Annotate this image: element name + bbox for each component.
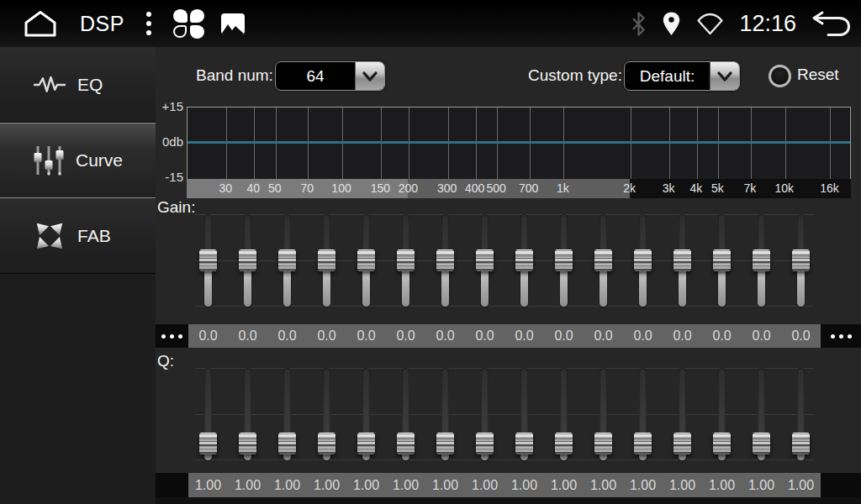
slider-thumb[interactable] xyxy=(555,249,573,271)
gain-slider-2[interactable] xyxy=(228,214,267,307)
q-slider-4[interactable] xyxy=(307,368,346,460)
gain-slider-11[interactable] xyxy=(584,214,623,307)
q-slider-15[interactable] xyxy=(742,368,781,460)
gain-more-left-button[interactable] xyxy=(156,324,188,348)
slider-thumb[interactable] xyxy=(476,249,494,271)
slider-thumb[interactable] xyxy=(792,433,810,454)
q-slider-2[interactable] xyxy=(228,368,267,460)
q-slider-11[interactable] xyxy=(584,368,623,460)
slider-thumb[interactable] xyxy=(436,433,454,454)
q-slider-7[interactable] xyxy=(425,368,465,460)
custom-type-label: Custom type: xyxy=(528,66,622,85)
q-slider-13[interactable] xyxy=(663,368,702,460)
gain-slider-3[interactable] xyxy=(267,214,307,307)
q-sliders xyxy=(188,368,821,460)
gain-slider-16[interactable] xyxy=(781,214,821,307)
gain-more-right-button[interactable] xyxy=(821,324,861,348)
band-num-dropdown-button[interactable] xyxy=(355,62,384,90)
q-value: 1.00 xyxy=(267,473,307,497)
slider-thumb[interactable] xyxy=(594,249,612,271)
slider-thumb[interactable] xyxy=(318,249,335,271)
q-value: 1.00 xyxy=(504,473,544,497)
overflow-menu-button[interactable] xyxy=(143,8,155,39)
q-slider-10[interactable] xyxy=(544,368,584,460)
gain-slider-7[interactable] xyxy=(425,214,465,307)
gain-slider-1[interactable] xyxy=(188,214,228,307)
slider-thumb[interactable] xyxy=(476,433,494,454)
y-axis-label: -15 xyxy=(156,170,183,184)
sidebar-item-curve[interactable]: Curve xyxy=(0,123,156,198)
content-bottom-edge xyxy=(156,497,861,504)
q-slider-16[interactable] xyxy=(781,368,821,460)
q-slider-6[interactable] xyxy=(386,368,425,460)
gain-slider-14[interactable] xyxy=(702,214,742,307)
gain-sliders xyxy=(188,214,821,307)
freq-tick-label: 3k xyxy=(663,179,675,198)
freq-tick-label: 40 xyxy=(246,179,260,198)
q-slider-5[interactable] xyxy=(346,368,386,460)
gain-value: 0.0 xyxy=(228,324,267,348)
slider-thumb[interactable] xyxy=(239,433,256,454)
gain-values-row: 0.00.00.00.00.00.00.00.00.00.00.00.00.00… xyxy=(156,324,861,348)
q-slider-9[interactable] xyxy=(504,368,544,460)
sidebar: EQ Curve FAB xyxy=(0,47,156,504)
slider-thumb[interactable] xyxy=(436,249,454,271)
back-button[interactable] xyxy=(811,11,851,37)
sidebar-item-eq[interactable]: EQ xyxy=(0,47,156,123)
sidebar-item-label: Curve xyxy=(76,150,123,171)
sidebar-item-fab[interactable]: FAB xyxy=(0,198,156,274)
slider-thumb[interactable] xyxy=(199,249,217,271)
slider-thumb[interactable] xyxy=(753,249,770,271)
slider-thumb[interactable] xyxy=(673,249,691,271)
gain-slider-5[interactable] xyxy=(346,214,386,307)
freq-tick-label: 10k xyxy=(774,179,794,198)
freq-tick-label: 30 xyxy=(219,179,233,198)
q-slider-3[interactable] xyxy=(267,368,307,460)
gain-value: 0.0 xyxy=(465,324,504,348)
slider-thumb[interactable] xyxy=(199,433,217,454)
slider-thumb[interactable] xyxy=(515,433,533,454)
home-button[interactable] xyxy=(22,9,59,38)
gallery-button[interactable] xyxy=(221,13,245,34)
gain-value: 0.0 xyxy=(346,324,386,348)
q-slider-12[interactable] xyxy=(623,368,663,460)
slider-thumb[interactable] xyxy=(673,433,691,454)
slider-thumb[interactable] xyxy=(318,433,335,454)
slider-thumb[interactable] xyxy=(713,433,731,454)
gain-value: 0.0 xyxy=(267,324,307,348)
slider-thumb[interactable] xyxy=(634,433,652,454)
slider-thumb[interactable] xyxy=(792,249,810,271)
gain-slider-4[interactable] xyxy=(307,214,346,307)
reset-radio[interactable] xyxy=(769,65,791,87)
slider-thumb[interactable] xyxy=(555,433,573,454)
slider-thumb[interactable] xyxy=(357,249,375,271)
slider-thumb[interactable] xyxy=(753,433,770,454)
slider-thumb[interactable] xyxy=(278,249,296,271)
apps-clover-button[interactable] xyxy=(172,8,206,40)
slider-thumb[interactable] xyxy=(239,249,256,271)
slider-thumb[interactable] xyxy=(357,433,375,454)
q-slider-14[interactable] xyxy=(702,368,742,460)
band-num-select[interactable]: 64 xyxy=(275,61,385,91)
gain-slider-8[interactable] xyxy=(465,214,504,307)
q-slider-1[interactable] xyxy=(188,368,228,460)
gain-slider-9[interactable] xyxy=(504,214,544,307)
slider-thumb[interactable] xyxy=(594,433,612,454)
custom-type-select[interactable]: Default: xyxy=(624,61,740,91)
gain-slider-10[interactable] xyxy=(544,214,584,307)
q-slider-8[interactable] xyxy=(465,368,504,460)
custom-type-dropdown-button[interactable] xyxy=(710,62,739,90)
gain-slider-15[interactable] xyxy=(742,214,781,307)
slider-thumb[interactable] xyxy=(634,249,652,271)
reset-label[interactable]: Reset xyxy=(797,66,839,84)
slider-thumb[interactable] xyxy=(397,249,415,271)
clover-icon xyxy=(190,25,204,39)
q-value: 1.00 xyxy=(386,473,425,497)
slider-thumb[interactable] xyxy=(278,433,296,454)
slider-thumb[interactable] xyxy=(515,249,533,271)
gain-slider-12[interactable] xyxy=(623,214,663,307)
slider-thumb[interactable] xyxy=(713,249,731,271)
gain-slider-13[interactable] xyxy=(663,214,702,307)
gain-slider-6[interactable] xyxy=(386,214,425,307)
slider-thumb[interactable] xyxy=(397,433,415,454)
